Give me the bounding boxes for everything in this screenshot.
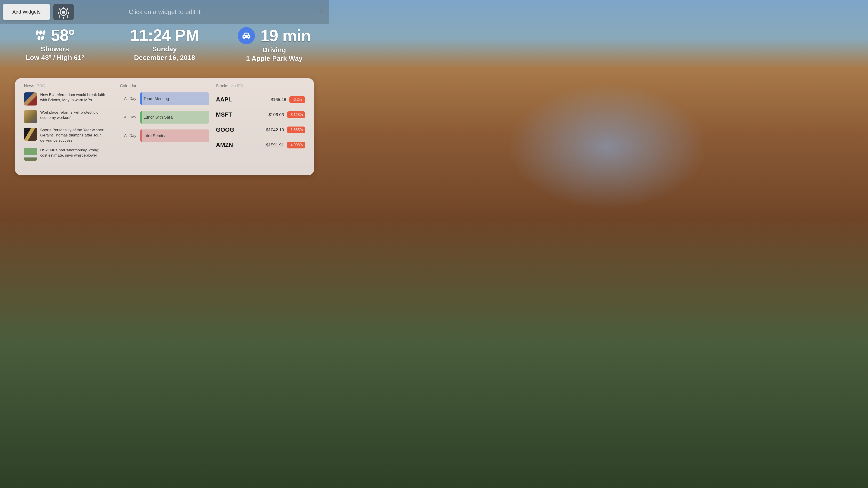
weather-temp: 58º (51, 27, 74, 43)
news-source: BBC (37, 84, 45, 88)
calendar-header: Calendar (120, 84, 209, 88)
showers-icon (35, 30, 46, 40)
stock-row[interactable]: MSFT$106.03-3.125% (216, 111, 305, 118)
stock-change-badge: -3.2% (289, 96, 305, 103)
hero-row: 58º Showers Low 48º / High 61º 11:24 PM … (0, 24, 329, 69)
stock-price: $1042.10 (266, 127, 284, 132)
add-widgets-label: Add Widgets (12, 9, 41, 15)
stocks-source: via IEX (230, 84, 243, 88)
calendar-event[interactable]: All DayIntro Seminar (120, 129, 209, 142)
news-item[interactable]: Sports Personality of the Year winner: G… (24, 128, 113, 143)
stocks-title: Stocks (216, 84, 228, 88)
loading-spinner-icon (315, 8, 322, 15)
car-icon (238, 27, 255, 44)
gear-icon (60, 8, 67, 16)
stock-row[interactable]: AAPL$165.48-3.2% (216, 96, 305, 103)
stock-symbol: MSFT (216, 111, 232, 118)
news-thumb (24, 148, 37, 161)
calendar-title: Calendar (120, 84, 136, 88)
stock-change-badge: -3.125% (287, 111, 305, 118)
news-item[interactable]: Workplace reforms 'will protect gig econ… (24, 110, 113, 123)
news-headline: Workplace reforms 'will protect gig econ… (40, 110, 106, 123)
calendar-event-title: Team Meeting (141, 92, 209, 105)
news-headline: Sports Personality of the Year winner: G… (40, 128, 106, 143)
commute-duration: 19 min (260, 28, 311, 44)
news-column: News BBC New EU referendum would break f… (21, 84, 116, 170)
news-thumb (24, 92, 37, 105)
commute-mode: Driving (263, 46, 286, 54)
stock-row[interactable]: AMZN$1591.91-4.008% (216, 141, 305, 149)
add-widgets-button[interactable]: Add Widgets (3, 4, 50, 20)
news-headline: HS2: MPs had 'enormously wrong' cost est… (40, 148, 106, 161)
news-item[interactable]: New EU referendum would break faith with… (24, 92, 113, 105)
commute-widget[interactable]: 19 min Driving 1 Apple Park Way (219, 24, 329, 69)
clock-time: 11:24 PM (130, 27, 199, 43)
stock-price: $1591.91 (266, 142, 284, 148)
stock-price: $165.48 (271, 97, 286, 102)
calendar-event-time: All Day (120, 133, 136, 138)
calendar-event-title: Intro Seminar (141, 129, 209, 142)
clock-weekday: Sunday (152, 45, 177, 53)
stocks-header: Stocks via IEX (216, 84, 305, 88)
news-thumb (24, 128, 37, 141)
stock-change-badge: -4.008% (287, 142, 305, 149)
calendar-event-time: All Day (120, 115, 136, 120)
stock-symbol: AMZN (216, 141, 233, 149)
toolbar-hint: Click on a widget to edit it (129, 8, 200, 15)
clock-widget[interactable]: 11:24 PM Sunday December 16, 2018 (110, 24, 219, 69)
stock-row[interactable]: GOOG$1042.10-1.865% (216, 126, 305, 133)
detail-card: News BBC New EU referendum would break f… (15, 78, 314, 175)
commute-destination: 1 Apple Park Way (246, 55, 303, 62)
weather-range: Low 48º / High 61º (26, 54, 84, 61)
news-thumb (24, 110, 37, 123)
stock-change-badge: -1.865% (287, 127, 305, 133)
stocks-column: Stocks via IEX AAPL$165.48-3.2%MSFT$106.… (213, 84, 308, 170)
weather-condition: Showers (41, 45, 69, 53)
calendar-event-title: Lunch with Sara (141, 111, 209, 124)
weather-widget[interactable]: 58º Showers Low 48º / High 61º (0, 24, 110, 69)
calendar-event[interactable]: All DayTeam Meeting (120, 92, 209, 105)
calendar-event[interactable]: All DayLunch with Sara (120, 111, 209, 124)
news-headline: New EU referendum would break faith with… (40, 92, 106, 105)
calendar-event-time: All Day (120, 96, 136, 101)
toolbar: Add Widgets Click on a widget to edit it (0, 0, 329, 24)
news-title: News (24, 84, 34, 88)
stock-symbol: GOOG (216, 126, 234, 133)
calendar-column: Calendar All DayTeam MeetingAll DayLunch… (117, 84, 212, 170)
clock-date: December 16, 2018 (134, 54, 195, 61)
settings-button[interactable] (53, 4, 74, 20)
news-item[interactable]: HS2: MPs had 'enormously wrong' cost est… (24, 148, 113, 161)
news-header: News BBC (24, 84, 113, 88)
stock-symbol: AAPL (216, 96, 232, 103)
stock-price: $106.03 (269, 112, 284, 117)
